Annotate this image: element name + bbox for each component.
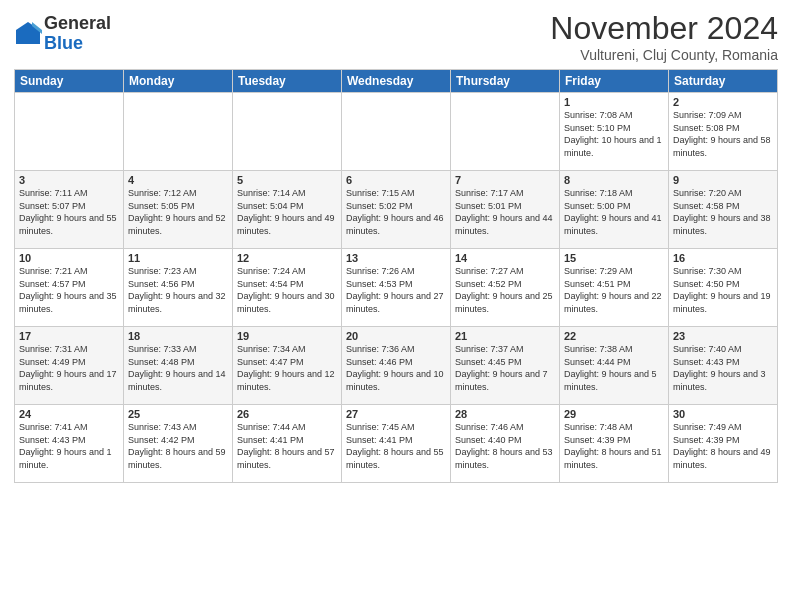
day-info: Sunrise: 7:46 AM Sunset: 4:40 PM Dayligh…: [455, 421, 555, 471]
table-row: [124, 93, 233, 171]
day-number: 11: [128, 252, 228, 264]
month-title: November 2024: [550, 10, 778, 47]
table-row: 14Sunrise: 7:27 AM Sunset: 4:52 PM Dayli…: [451, 249, 560, 327]
day-number: 29: [564, 408, 664, 420]
col-friday: Friday: [560, 70, 669, 93]
table-row: 29Sunrise: 7:48 AM Sunset: 4:39 PM Dayli…: [560, 405, 669, 483]
day-number: 30: [673, 408, 773, 420]
table-row: 18Sunrise: 7:33 AM Sunset: 4:48 PM Dayli…: [124, 327, 233, 405]
col-saturday: Saturday: [669, 70, 778, 93]
calendar-week-row: 24Sunrise: 7:41 AM Sunset: 4:43 PM Dayli…: [15, 405, 778, 483]
day-info: Sunrise: 7:49 AM Sunset: 4:39 PM Dayligh…: [673, 421, 773, 471]
day-info: Sunrise: 7:26 AM Sunset: 4:53 PM Dayligh…: [346, 265, 446, 315]
day-number: 1: [564, 96, 664, 108]
table-row: 30Sunrise: 7:49 AM Sunset: 4:39 PM Dayli…: [669, 405, 778, 483]
col-tuesday: Tuesday: [233, 70, 342, 93]
calendar-week-row: 10Sunrise: 7:21 AM Sunset: 4:57 PM Dayli…: [15, 249, 778, 327]
table-row: [233, 93, 342, 171]
day-number: 26: [237, 408, 337, 420]
day-info: Sunrise: 7:20 AM Sunset: 4:58 PM Dayligh…: [673, 187, 773, 237]
day-info: Sunrise: 7:31 AM Sunset: 4:49 PM Dayligh…: [19, 343, 119, 393]
day-number: 4: [128, 174, 228, 186]
day-number: 6: [346, 174, 446, 186]
day-info: Sunrise: 7:18 AM Sunset: 5:00 PM Dayligh…: [564, 187, 664, 237]
table-row: 11Sunrise: 7:23 AM Sunset: 4:56 PM Dayli…: [124, 249, 233, 327]
calendar-week-row: 3Sunrise: 7:11 AM Sunset: 5:07 PM Daylig…: [15, 171, 778, 249]
table-row: 21Sunrise: 7:37 AM Sunset: 4:45 PM Dayli…: [451, 327, 560, 405]
logo-icon: [14, 20, 42, 48]
day-info: Sunrise: 7:30 AM Sunset: 4:50 PM Dayligh…: [673, 265, 773, 315]
table-row: 1Sunrise: 7:08 AM Sunset: 5:10 PM Daylig…: [560, 93, 669, 171]
col-monday: Monday: [124, 70, 233, 93]
table-row: [342, 93, 451, 171]
day-number: 28: [455, 408, 555, 420]
table-row: 17Sunrise: 7:31 AM Sunset: 4:49 PM Dayli…: [15, 327, 124, 405]
logo-text: General Blue: [44, 14, 111, 54]
table-row: 7Sunrise: 7:17 AM Sunset: 5:01 PM Daylig…: [451, 171, 560, 249]
day-info: Sunrise: 7:44 AM Sunset: 4:41 PM Dayligh…: [237, 421, 337, 471]
table-row: 24Sunrise: 7:41 AM Sunset: 4:43 PM Dayli…: [15, 405, 124, 483]
day-number: 17: [19, 330, 119, 342]
day-info: Sunrise: 7:27 AM Sunset: 4:52 PM Dayligh…: [455, 265, 555, 315]
table-row: 19Sunrise: 7:34 AM Sunset: 4:47 PM Dayli…: [233, 327, 342, 405]
calendar-week-row: 17Sunrise: 7:31 AM Sunset: 4:49 PM Dayli…: [15, 327, 778, 405]
table-row: 25Sunrise: 7:43 AM Sunset: 4:42 PM Dayli…: [124, 405, 233, 483]
day-number: 19: [237, 330, 337, 342]
day-number: 13: [346, 252, 446, 264]
day-number: 18: [128, 330, 228, 342]
calendar-header-row: Sunday Monday Tuesday Wednesday Thursday…: [15, 70, 778, 93]
day-number: 22: [564, 330, 664, 342]
day-info: Sunrise: 7:29 AM Sunset: 4:51 PM Dayligh…: [564, 265, 664, 315]
day-info: Sunrise: 7:12 AM Sunset: 5:05 PM Dayligh…: [128, 187, 228, 237]
day-info: Sunrise: 7:38 AM Sunset: 4:44 PM Dayligh…: [564, 343, 664, 393]
table-row: 15Sunrise: 7:29 AM Sunset: 4:51 PM Dayli…: [560, 249, 669, 327]
calendar: Sunday Monday Tuesday Wednesday Thursday…: [14, 69, 778, 483]
day-info: Sunrise: 7:37 AM Sunset: 4:45 PM Dayligh…: [455, 343, 555, 393]
day-info: Sunrise: 7:40 AM Sunset: 4:43 PM Dayligh…: [673, 343, 773, 393]
day-number: 7: [455, 174, 555, 186]
table-row: 16Sunrise: 7:30 AM Sunset: 4:50 PM Dayli…: [669, 249, 778, 327]
day-info: Sunrise: 7:45 AM Sunset: 4:41 PM Dayligh…: [346, 421, 446, 471]
table-row: [451, 93, 560, 171]
table-row: 28Sunrise: 7:46 AM Sunset: 4:40 PM Dayli…: [451, 405, 560, 483]
col-wednesday: Wednesday: [342, 70, 451, 93]
day-number: 10: [19, 252, 119, 264]
day-info: Sunrise: 7:15 AM Sunset: 5:02 PM Dayligh…: [346, 187, 446, 237]
day-number: 8: [564, 174, 664, 186]
table-row: 3Sunrise: 7:11 AM Sunset: 5:07 PM Daylig…: [15, 171, 124, 249]
page-header: General Blue November 2024 Vultureni, Cl…: [14, 10, 778, 63]
table-row: 10Sunrise: 7:21 AM Sunset: 4:57 PM Dayli…: [15, 249, 124, 327]
table-row: 5Sunrise: 7:14 AM Sunset: 5:04 PM Daylig…: [233, 171, 342, 249]
table-row: 8Sunrise: 7:18 AM Sunset: 5:00 PM Daylig…: [560, 171, 669, 249]
day-info: Sunrise: 7:08 AM Sunset: 5:10 PM Dayligh…: [564, 109, 664, 159]
table-row: 6Sunrise: 7:15 AM Sunset: 5:02 PM Daylig…: [342, 171, 451, 249]
day-info: Sunrise: 7:21 AM Sunset: 4:57 PM Dayligh…: [19, 265, 119, 315]
day-info: Sunrise: 7:24 AM Sunset: 4:54 PM Dayligh…: [237, 265, 337, 315]
day-number: 14: [455, 252, 555, 264]
table-row: 13Sunrise: 7:26 AM Sunset: 4:53 PM Dayli…: [342, 249, 451, 327]
day-number: 24: [19, 408, 119, 420]
logo: General Blue: [14, 14, 111, 54]
table-row: 12Sunrise: 7:24 AM Sunset: 4:54 PM Dayli…: [233, 249, 342, 327]
day-number: 21: [455, 330, 555, 342]
day-number: 20: [346, 330, 446, 342]
svg-marker-0: [16, 22, 40, 44]
day-number: 23: [673, 330, 773, 342]
day-number: 12: [237, 252, 337, 264]
table-row: 2Sunrise: 7:09 AM Sunset: 5:08 PM Daylig…: [669, 93, 778, 171]
table-row: 4Sunrise: 7:12 AM Sunset: 5:05 PM Daylig…: [124, 171, 233, 249]
day-number: 2: [673, 96, 773, 108]
day-number: 5: [237, 174, 337, 186]
table-row: [15, 93, 124, 171]
col-sunday: Sunday: [15, 70, 124, 93]
table-row: 27Sunrise: 7:45 AM Sunset: 4:41 PM Dayli…: [342, 405, 451, 483]
location: Vultureni, Cluj County, Romania: [550, 47, 778, 63]
day-info: Sunrise: 7:36 AM Sunset: 4:46 PM Dayligh…: [346, 343, 446, 393]
table-row: 20Sunrise: 7:36 AM Sunset: 4:46 PM Dayli…: [342, 327, 451, 405]
day-number: 16: [673, 252, 773, 264]
day-info: Sunrise: 7:11 AM Sunset: 5:07 PM Dayligh…: [19, 187, 119, 237]
col-thursday: Thursday: [451, 70, 560, 93]
day-info: Sunrise: 7:43 AM Sunset: 4:42 PM Dayligh…: [128, 421, 228, 471]
day-info: Sunrise: 7:23 AM Sunset: 4:56 PM Dayligh…: [128, 265, 228, 315]
day-number: 27: [346, 408, 446, 420]
